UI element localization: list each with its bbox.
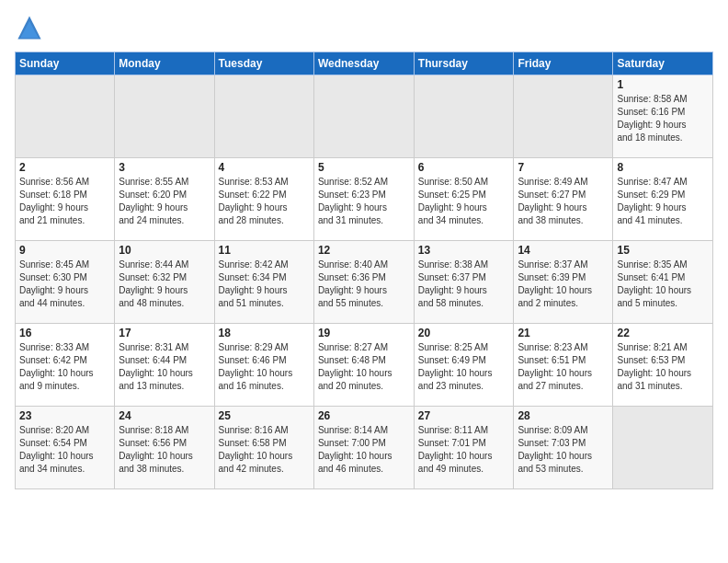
day-info: Sunrise: 8:44 AM Sunset: 6:32 PM Dayligh… bbox=[119, 259, 210, 310]
calendar-day-cell: 6Sunrise: 8:50 AM Sunset: 6:25 PM Daylig… bbox=[414, 158, 514, 241]
weekday-header-thursday: Thursday bbox=[414, 52, 514, 75]
day-info: Sunrise: 8:27 AM Sunset: 6:48 PM Dayligh… bbox=[318, 341, 410, 393]
calendar-week-3: 9Sunrise: 8:45 AM Sunset: 6:30 PM Daylig… bbox=[16, 241, 713, 324]
day-number: 2 bbox=[19, 161, 110, 174]
day-info: Sunrise: 8:14 AM Sunset: 7:00 PM Dayligh… bbox=[318, 424, 410, 476]
day-info: Sunrise: 8:18 AM Sunset: 6:56 PM Dayligh… bbox=[119, 424, 210, 476]
day-number: 25 bbox=[219, 409, 310, 422]
day-info: Sunrise: 8:42 AM Sunset: 6:34 PM Dayligh… bbox=[219, 259, 310, 310]
day-number: 8 bbox=[617, 161, 709, 174]
day-number: 20 bbox=[418, 327, 510, 339]
calendar-day-cell: 13Sunrise: 8:38 AM Sunset: 6:37 PM Dayli… bbox=[414, 241, 514, 324]
calendar-day-cell: 9Sunrise: 8:45 AM Sunset: 6:30 PM Daylig… bbox=[16, 241, 115, 324]
weekday-header-wednesday: Wednesday bbox=[313, 52, 414, 75]
day-info: Sunrise: 8:52 AM Sunset: 6:23 PM Dayligh… bbox=[318, 176, 410, 227]
calendar-day-cell: 15Sunrise: 8:35 AM Sunset: 6:41 PM Dayli… bbox=[613, 241, 713, 324]
calendar-day-cell: 1Sunrise: 8:58 AM Sunset: 6:16 PM Daylig… bbox=[613, 75, 713, 158]
day-number: 6 bbox=[418, 161, 510, 174]
day-number: 3 bbox=[119, 161, 210, 174]
weekday-header-monday: Monday bbox=[115, 52, 214, 75]
day-info: Sunrise: 8:56 AM Sunset: 6:18 PM Dayligh… bbox=[19, 176, 110, 227]
calendar-day-cell: 4Sunrise: 8:53 AM Sunset: 6:22 PM Daylig… bbox=[214, 158, 313, 241]
day-info: Sunrise: 8:21 AM Sunset: 6:53 PM Dayligh… bbox=[617, 341, 709, 393]
day-info: Sunrise: 8:09 AM Sunset: 7:03 PM Dayligh… bbox=[518, 424, 609, 476]
day-info: Sunrise: 8:38 AM Sunset: 6:37 PM Dayligh… bbox=[418, 259, 510, 310]
calendar-header: SundayMondayTuesdayWednesdayThursdayFrid… bbox=[16, 52, 713, 75]
day-info: Sunrise: 8:40 AM Sunset: 6:36 PM Dayligh… bbox=[318, 259, 410, 310]
calendar-day-cell: 8Sunrise: 8:47 AM Sunset: 6:29 PM Daylig… bbox=[613, 158, 713, 241]
day-number: 1 bbox=[617, 78, 709, 91]
day-info: Sunrise: 8:20 AM Sunset: 6:54 PM Dayligh… bbox=[19, 424, 110, 476]
calendar-day-cell: 16Sunrise: 8:33 AM Sunset: 6:42 PM Dayli… bbox=[16, 324, 115, 407]
logo-icon bbox=[17, 15, 42, 40]
day-info: Sunrise: 8:50 AM Sunset: 6:25 PM Dayligh… bbox=[418, 176, 510, 227]
calendar-body: 1Sunrise: 8:58 AM Sunset: 6:16 PM Daylig… bbox=[16, 75, 713, 489]
calendar-day-cell: 23Sunrise: 8:20 AM Sunset: 6:54 PM Dayli… bbox=[16, 407, 115, 489]
day-info: Sunrise: 8:23 AM Sunset: 6:51 PM Dayligh… bbox=[518, 341, 609, 393]
day-number: 22 bbox=[617, 327, 709, 339]
calendar-day-cell: 19Sunrise: 8:27 AM Sunset: 6:48 PM Dayli… bbox=[313, 324, 414, 407]
calendar-day-cell: 21Sunrise: 8:23 AM Sunset: 6:51 PM Dayli… bbox=[514, 324, 613, 407]
day-number: 15 bbox=[617, 244, 709, 257]
calendar-day-cell: 20Sunrise: 8:25 AM Sunset: 6:49 PM Dayli… bbox=[414, 324, 514, 407]
calendar-day-cell: 27Sunrise: 8:11 AM Sunset: 7:01 PM Dayli… bbox=[414, 407, 514, 489]
day-info: Sunrise: 8:37 AM Sunset: 6:39 PM Dayligh… bbox=[518, 259, 609, 310]
day-number: 10 bbox=[119, 244, 210, 257]
day-number: 11 bbox=[219, 244, 310, 257]
day-number: 5 bbox=[318, 161, 410, 174]
calendar-day-cell: 26Sunrise: 8:14 AM Sunset: 7:00 PM Dayli… bbox=[313, 407, 414, 489]
calendar-week-1: 1Sunrise: 8:58 AM Sunset: 6:16 PM Daylig… bbox=[16, 75, 713, 158]
day-number: 18 bbox=[219, 327, 310, 339]
day-number: 23 bbox=[19, 409, 110, 422]
calendar-day-cell: 11Sunrise: 8:42 AM Sunset: 6:34 PM Dayli… bbox=[214, 241, 313, 324]
calendar-week-2: 2Sunrise: 8:56 AM Sunset: 6:18 PM Daylig… bbox=[16, 158, 713, 241]
day-info: Sunrise: 8:29 AM Sunset: 6:46 PM Dayligh… bbox=[219, 341, 310, 393]
calendar-day-cell bbox=[214, 75, 313, 158]
day-number: 19 bbox=[318, 327, 410, 339]
page-header bbox=[15, 15, 713, 44]
day-info: Sunrise: 8:53 AM Sunset: 6:22 PM Dayligh… bbox=[219, 176, 310, 227]
weekday-header-row: SundayMondayTuesdayWednesdayThursdayFrid… bbox=[16, 52, 713, 75]
calendar-day-cell: 22Sunrise: 8:21 AM Sunset: 6:53 PM Dayli… bbox=[613, 324, 713, 407]
calendar-day-cell: 3Sunrise: 8:55 AM Sunset: 6:20 PM Daylig… bbox=[115, 158, 214, 241]
logo bbox=[15, 15, 42, 44]
day-info: Sunrise: 8:45 AM Sunset: 6:30 PM Dayligh… bbox=[19, 259, 110, 310]
day-number: 21 bbox=[518, 327, 609, 339]
day-info: Sunrise: 8:47 AM Sunset: 6:29 PM Dayligh… bbox=[617, 176, 709, 227]
calendar-day-cell: 2Sunrise: 8:56 AM Sunset: 6:18 PM Daylig… bbox=[16, 158, 115, 241]
weekday-header-friday: Friday bbox=[514, 52, 613, 75]
day-info: Sunrise: 8:33 AM Sunset: 6:42 PM Dayligh… bbox=[19, 341, 110, 393]
day-number: 7 bbox=[518, 161, 609, 174]
day-number: 16 bbox=[19, 327, 110, 339]
calendar-day-cell bbox=[313, 75, 414, 158]
day-info: Sunrise: 8:35 AM Sunset: 6:41 PM Dayligh… bbox=[617, 259, 709, 310]
calendar-day-cell: 14Sunrise: 8:37 AM Sunset: 6:39 PM Dayli… bbox=[514, 241, 613, 324]
calendar-day-cell: 10Sunrise: 8:44 AM Sunset: 6:32 PM Dayli… bbox=[115, 241, 214, 324]
calendar-week-4: 16Sunrise: 8:33 AM Sunset: 6:42 PM Dayli… bbox=[16, 324, 713, 407]
calendar-day-cell bbox=[514, 75, 613, 158]
weekday-header-sunday: Sunday bbox=[16, 52, 115, 75]
calendar-day-cell bbox=[16, 75, 115, 158]
day-number: 24 bbox=[119, 409, 210, 422]
calendar-day-cell: 24Sunrise: 8:18 AM Sunset: 6:56 PM Dayli… bbox=[115, 407, 214, 489]
day-number: 12 bbox=[318, 244, 410, 257]
day-number: 27 bbox=[418, 409, 510, 422]
calendar-table: SundayMondayTuesdayWednesdayThursdayFrid… bbox=[15, 52, 713, 489]
day-number: 28 bbox=[518, 409, 609, 422]
day-number: 17 bbox=[119, 327, 210, 339]
day-number: 14 bbox=[518, 244, 609, 257]
weekday-header-saturday: Saturday bbox=[613, 52, 713, 75]
day-info: Sunrise: 8:11 AM Sunset: 7:01 PM Dayligh… bbox=[418, 424, 510, 476]
day-info: Sunrise: 8:49 AM Sunset: 6:27 PM Dayligh… bbox=[518, 176, 609, 227]
day-info: Sunrise: 8:16 AM Sunset: 6:58 PM Dayligh… bbox=[219, 424, 310, 476]
calendar-day-cell: 25Sunrise: 8:16 AM Sunset: 6:58 PM Dayli… bbox=[214, 407, 313, 489]
calendar-day-cell: 17Sunrise: 8:31 AM Sunset: 6:44 PM Dayli… bbox=[115, 324, 214, 407]
calendar-day-cell bbox=[613, 407, 713, 489]
calendar-day-cell: 18Sunrise: 8:29 AM Sunset: 6:46 PM Dayli… bbox=[214, 324, 313, 407]
day-number: 26 bbox=[318, 409, 410, 422]
weekday-header-tuesday: Tuesday bbox=[214, 52, 313, 75]
calendar-day-cell: 28Sunrise: 8:09 AM Sunset: 7:03 PM Dayli… bbox=[514, 407, 613, 489]
day-info: Sunrise: 8:58 AM Sunset: 6:16 PM Dayligh… bbox=[617, 93, 709, 144]
day-number: 4 bbox=[219, 161, 310, 174]
day-info: Sunrise: 8:55 AM Sunset: 6:20 PM Dayligh… bbox=[119, 176, 210, 227]
